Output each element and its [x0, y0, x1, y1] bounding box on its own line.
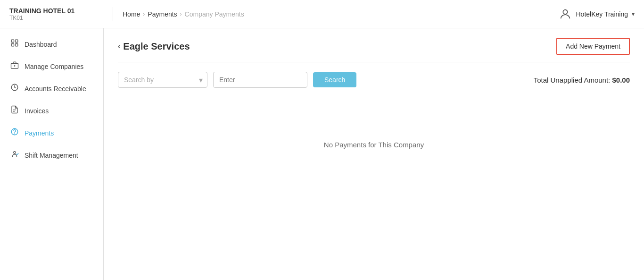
- back-arrow-icon: ‹: [118, 42, 120, 51]
- sidebar-item-shift-management[interactable]: Shift Management: [0, 144, 103, 166]
- sidebar-item-invoices[interactable]: Invoices: [0, 100, 103, 122]
- breadcrumb-current: Company Payments: [185, 10, 244, 18]
- main-layout: Dashboard Manage Companies A: [0, 28, 644, 280]
- page-title: Eagle Services: [123, 41, 190, 52]
- add-payment-button[interactable]: Add New Payment: [556, 38, 630, 55]
- sidebar-label-shift-management: Shift Management: [25, 152, 78, 159]
- total-unapplied: Total Unapplied Amount: $0.00: [534, 76, 630, 84]
- svg-point-13: [14, 152, 16, 154]
- breadcrumb-home[interactable]: Home: [123, 10, 140, 18]
- manage-companies-icon: [9, 61, 20, 72]
- sidebar-label-dashboard: Dashboard: [25, 41, 57, 48]
- user-section[interactable]: HotelKey Training ▾: [559, 8, 635, 21]
- svg-point-0: [563, 9, 568, 14]
- hotel-name: TRAINING HOTEL 01: [9, 7, 103, 15]
- hotel-info: TRAINING HOTEL 01 TK01: [9, 7, 113, 21]
- total-amount: $0.00: [612, 76, 630, 84]
- sidebar-item-accounts-receivable[interactable]: Accounts Receivable: [0, 77, 103, 100]
- sidebar: Dashboard Manage Companies A: [0, 28, 104, 280]
- dashboard-icon: [9, 39, 20, 50]
- sidebar-item-manage-companies[interactable]: Manage Companies: [0, 55, 103, 77]
- svg-rect-1: [11, 40, 14, 42]
- search-bar: Search by Search Total Unapplied Amount:…: [118, 72, 630, 88]
- search-input[interactable]: [213, 72, 307, 88]
- search-by-wrapper: Search by: [118, 72, 207, 88]
- empty-message: No Payments for This Company: [324, 141, 424, 149]
- user-name: HotelKey Training: [576, 10, 628, 18]
- back-title[interactable]: ‹ Eagle Services: [118, 41, 190, 52]
- breadcrumb-sep-2: ›: [180, 11, 182, 17]
- sidebar-item-payments[interactable]: Payments: [0, 122, 103, 144]
- breadcrumb-payments[interactable]: Payments: [148, 10, 177, 18]
- search-by-select[interactable]: Search by: [118, 72, 207, 88]
- sidebar-label-manage-companies: Manage Companies: [25, 63, 83, 70]
- svg-point-12: [15, 134, 15, 134]
- hotel-code: TK01: [9, 15, 103, 21]
- page-header: ‹ Eagle Services Add New Payment: [118, 38, 630, 62]
- search-button[interactable]: Search: [313, 72, 356, 87]
- breadcrumb: Home › Payments › Company Payments: [113, 10, 559, 18]
- breadcrumb-sep-1: ›: [143, 11, 145, 17]
- svg-rect-4: [16, 44, 18, 46]
- sidebar-label-invoices: Invoices: [25, 107, 49, 115]
- svg-rect-2: [16, 40, 18, 42]
- top-header: TRAINING HOTEL 01 TK01 Home › Payments ›…: [0, 0, 644, 28]
- sidebar-label-accounts-receivable: Accounts Receivable: [25, 85, 86, 93]
- invoices-icon: [9, 105, 20, 116]
- main-content: ‹ Eagle Services Add New Payment Search …: [104, 28, 644, 280]
- accounts-receivable-icon: [9, 83, 20, 94]
- svg-rect-3: [11, 44, 14, 46]
- user-avatar-icon: [559, 8, 572, 21]
- chevron-down-icon: ▾: [632, 11, 635, 17]
- empty-state: No Payments for This Company: [118, 97, 630, 192]
- sidebar-label-payments: Payments: [25, 129, 54, 137]
- payments-icon: [9, 127, 20, 138]
- total-label: Total Unapplied Amount:: [534, 76, 611, 84]
- sidebar-item-dashboard[interactable]: Dashboard: [0, 33, 103, 55]
- shift-management-icon: [9, 150, 20, 161]
